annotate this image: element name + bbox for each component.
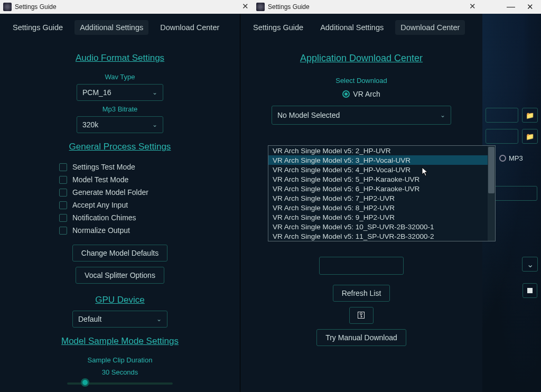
- accept-any-input-label: Accept Any Input: [72, 201, 128, 209]
- dropdown-item[interactable]: VR Arch Single Model v5: 3_HP-Vocal-UVR: [268, 155, 495, 165]
- chevron-down-icon: ⌄: [440, 111, 445, 119]
- mp3-bitrate-select[interactable]: 320k ⌄: [77, 116, 163, 133]
- gpu-device-title: GPU Device: [95, 295, 145, 305]
- wav-type-select[interactable]: PCM_16 ⌄: [77, 84, 163, 101]
- vr-arch-label: VR Arch: [353, 90, 380, 98]
- window-title: Settings Guide: [268, 3, 310, 11]
- gpu-device-select[interactable]: Default ⌄: [72, 311, 167, 328]
- dropdown-item[interactable]: VR Arch Single Model v5: 10_SP-UVR-2B-32…: [268, 222, 495, 231]
- generate-model-folder-label: Generate Model Folder: [72, 188, 148, 197]
- output-path-field[interactable]: [486, 129, 518, 144]
- model-select[interactable]: No Model Selected ⌄: [272, 106, 451, 125]
- download-input[interactable]: [319, 257, 404, 275]
- settings-window-left: Settings Guide Additional Settings Downl…: [0, 14, 240, 392]
- notification-chimes-checkbox[interactable]: [59, 214, 67, 222]
- stop-button[interactable]: [523, 283, 537, 298]
- titlebars: Settings Guide ✕ Settings Guide ✕ ― ✕: [0, 0, 541, 14]
- sample-clip-duration-value: 30 Seconds: [10, 368, 230, 376]
- dropdown-item[interactable]: VR Arch Single Model v5: 6_HP-Karaoke-UV…: [268, 184, 495, 193]
- accept-any-input-checkbox[interactable]: [59, 201, 67, 209]
- tab-additional-settings[interactable]: Additional Settings: [74, 20, 148, 35]
- window-title: Settings Guide: [15, 3, 57, 11]
- dropdown-item[interactable]: VR Arch Single Model v5: 2_HP-UVR: [268, 146, 495, 155]
- dropdown-item[interactable]: VR Arch Single Model v5: 9_HP2-UVR: [268, 212, 495, 222]
- dropdown-item[interactable]: VR Arch Single Model v5: 5_HP-Karaoke-UV…: [268, 174, 495, 184]
- chevron-down-icon: ⌄: [527, 259, 534, 269]
- stop-icon: [527, 288, 533, 293]
- dropdown-item[interactable]: VR Arch Single Model v5: 11_SP-UVR-2B-32…: [268, 231, 495, 241]
- tab-download-center[interactable]: Download Center: [155, 20, 225, 35]
- dropdown-scrollbar[interactable]: [488, 146, 495, 241]
- titlebar-left: Settings Guide ✕: [0, 0, 253, 14]
- model-sample-mode-title: Model Sample Mode Settings: [61, 336, 179, 347]
- model-select-value: No Model Selected: [277, 111, 340, 119]
- gpu-device-value: Default: [78, 315, 101, 323]
- folder-icon: 📁: [526, 111, 534, 119]
- tab-bar: Settings Guide Additional Settings Downl…: [240, 14, 482, 39]
- mp3-format-radio[interactable]: MP3: [499, 154, 523, 162]
- titlebar-right: Settings Guide ✕: [253, 0, 480, 14]
- chevron-down-icon: ⌄: [152, 89, 157, 96]
- notification-chimes-label: Notification Chimes: [72, 213, 136, 222]
- audio-format-settings-title: Audio Format Settings: [76, 53, 164, 63]
- tab-additional-settings[interactable]: Additional Settings: [315, 20, 389, 35]
- close-icon[interactable]: ✕: [527, 2, 534, 12]
- tab-settings-guide[interactable]: Settings Guide: [7, 20, 68, 35]
- generate-model-folder-checkbox[interactable]: [59, 189, 67, 197]
- normalize-output-checkbox[interactable]: [59, 227, 67, 235]
- titlebar-sys: ― ✕: [480, 0, 541, 14]
- minimize-icon[interactable]: ―: [507, 2, 515, 12]
- mp3-bitrate-label: Mp3 Bitrate: [10, 105, 230, 113]
- folder-icon: 📁: [526, 133, 534, 141]
- tab-settings-guide[interactable]: Settings Guide: [248, 20, 309, 35]
- chevron-down-icon: ⌄: [152, 121, 157, 128]
- dropdown-item[interactable]: VR Arch Single Model v5: 7_HP2-UVR: [268, 193, 495, 203]
- settings-test-mode-label: Settings Test Mode: [72, 163, 135, 171]
- chevron-down-icon: ⌄: [156, 315, 162, 323]
- vocal-splitter-options-button[interactable]: Vocal Splitter Options: [76, 267, 164, 284]
- select-download-label: Select Download: [250, 77, 473, 85]
- app-icon: [256, 3, 265, 11]
- wav-type-value: PCM_16: [82, 88, 111, 97]
- app-icon: [3, 3, 12, 11]
- tab-download-center[interactable]: Download Center: [395, 20, 465, 35]
- sample-duration-slider[interactable]: [67, 382, 173, 385]
- try-manual-download-button[interactable]: Try Manual Download: [316, 329, 406, 346]
- model-test-mode-checkbox[interactable]: [59, 176, 67, 184]
- general-process-settings-title: General Process Settings: [69, 142, 171, 152]
- slider-thumb[interactable]: [81, 378, 89, 387]
- wav-type-label: Wav Type: [10, 73, 230, 81]
- vr-arch-radio-row[interactable]: VR Arch: [250, 90, 473, 98]
- model-test-mode-label: Model Test Mode: [72, 175, 128, 184]
- tab-bar: Settings Guide Additional Settings Downl…: [0, 14, 240, 39]
- mp3-bitrate-value: 320k: [82, 120, 98, 129]
- close-icon[interactable]: ✕: [242, 2, 249, 11]
- normalize-output-label: Normalize Output: [72, 226, 130, 235]
- model-dropdown-list[interactable]: VR Arch Single Model v5: 2_HP-UVR VR Arc…: [268, 145, 496, 241]
- sample-clip-duration-label: Sample Clip Duration: [10, 356, 230, 364]
- change-model-defaults-button[interactable]: Change Model Defaults: [72, 245, 167, 262]
- key-button[interactable]: ⚿: [349, 307, 374, 324]
- scrollbar-thumb[interactable]: [488, 147, 495, 193]
- dropdown-item[interactable]: VR Arch Single Model v5: 4_HP-Vocal-UVR: [268, 165, 495, 174]
- dropdown-item[interactable]: VR Arch Single Model v5: 8_HP2-UVR: [268, 203, 495, 212]
- input-path-field[interactable]: [486, 108, 518, 123]
- refresh-list-button[interactable]: Refresh List: [333, 285, 390, 302]
- key-icon: ⚿: [357, 311, 366, 320]
- browse-input-button[interactable]: 📁: [522, 108, 538, 123]
- download-center-title: Application Download Center: [300, 53, 423, 64]
- expand-button[interactable]: ⌄: [522, 257, 538, 272]
- close-icon[interactable]: ✕: [469, 2, 476, 11]
- browse-output-button[interactable]: 📁: [522, 129, 538, 144]
- vr-arch-radio[interactable]: [342, 90, 350, 98]
- settings-test-mode-checkbox[interactable]: [59, 163, 67, 171]
